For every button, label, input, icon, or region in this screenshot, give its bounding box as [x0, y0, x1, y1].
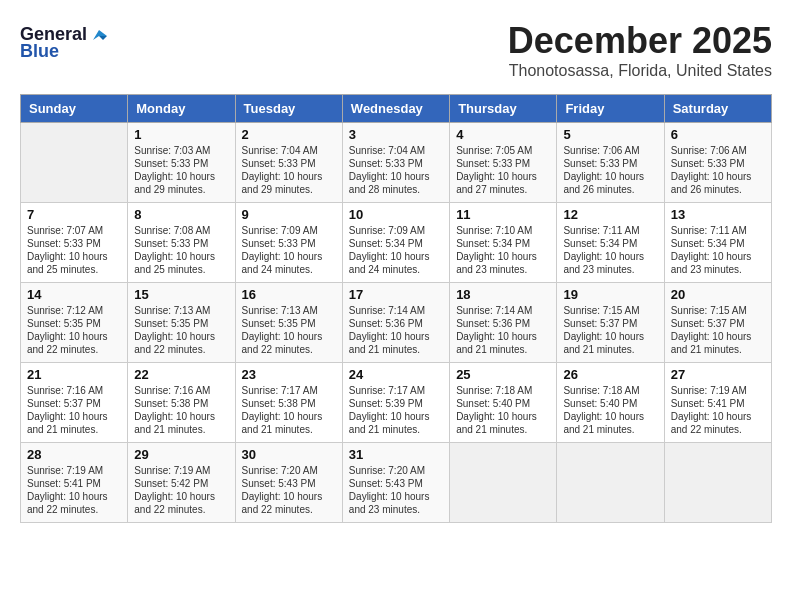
day-number: 18 [456, 287, 550, 302]
calendar-day-cell: 21Sunrise: 7:16 AMSunset: 5:37 PMDayligh… [21, 363, 128, 443]
day-info-line: Sunrise: 7:19 AM [27, 464, 121, 477]
day-info-line: and 22 minutes. [27, 343, 121, 356]
day-info-line: and 21 minutes. [242, 423, 336, 436]
day-number: 27 [671, 367, 765, 382]
day-info-line: Daylight: 10 hours [27, 490, 121, 503]
day-number: 20 [671, 287, 765, 302]
day-info-line: Sunrise: 7:10 AM [456, 224, 550, 237]
calendar-title: December 2025 [20, 20, 772, 62]
day-number: 3 [349, 127, 443, 142]
day-info-line: Sunrise: 7:19 AM [134, 464, 228, 477]
calendar-day-cell: 19Sunrise: 7:15 AMSunset: 5:37 PMDayligh… [557, 283, 664, 363]
day-info-line: Sunset: 5:33 PM [671, 157, 765, 170]
day-info-line: and 23 minutes. [349, 503, 443, 516]
day-number: 25 [456, 367, 550, 382]
day-info-line: Daylight: 10 hours [456, 170, 550, 183]
day-number: 9 [242, 207, 336, 222]
day-number: 17 [349, 287, 443, 302]
day-info-line: and 23 minutes. [563, 263, 657, 276]
day-number: 12 [563, 207, 657, 222]
day-info-line: Daylight: 10 hours [349, 170, 443, 183]
day-info-line: Sunrise: 7:20 AM [242, 464, 336, 477]
day-info-line: Sunrise: 7:12 AM [27, 304, 121, 317]
app-logo: General Blue [20, 24, 107, 62]
day-number: 16 [242, 287, 336, 302]
day-info-line: Sunset: 5:33 PM [456, 157, 550, 170]
calendar-day-cell: 8Sunrise: 7:08 AMSunset: 5:33 PMDaylight… [128, 203, 235, 283]
calendar-subtitle: Thonotosassa, Florida, United States [20, 62, 772, 80]
calendar-day-cell: 22Sunrise: 7:16 AMSunset: 5:38 PMDayligh… [128, 363, 235, 443]
day-info-line: Sunset: 5:33 PM [242, 237, 336, 250]
day-info-line: Sunset: 5:39 PM [349, 397, 443, 410]
day-number: 23 [242, 367, 336, 382]
calendar-day-cell: 29Sunrise: 7:19 AMSunset: 5:42 PMDayligh… [128, 443, 235, 523]
day-number: 19 [563, 287, 657, 302]
day-info-line: and 26 minutes. [563, 183, 657, 196]
day-info-line: Daylight: 10 hours [134, 170, 228, 183]
calendar-day-cell: 20Sunrise: 7:15 AMSunset: 5:37 PMDayligh… [664, 283, 771, 363]
calendar-day-cell: 25Sunrise: 7:18 AMSunset: 5:40 PMDayligh… [450, 363, 557, 443]
day-info-line: Sunrise: 7:06 AM [563, 144, 657, 157]
day-info-line: Daylight: 10 hours [134, 490, 228, 503]
day-info-line: and 21 minutes. [563, 343, 657, 356]
day-number: 14 [27, 287, 121, 302]
day-info-line: Sunrise: 7:08 AM [134, 224, 228, 237]
day-info-line: Sunset: 5:37 PM [671, 317, 765, 330]
calendar-day-cell: 5Sunrise: 7:06 AMSunset: 5:33 PMDaylight… [557, 123, 664, 203]
calendar-day-cell: 16Sunrise: 7:13 AMSunset: 5:35 PMDayligh… [235, 283, 342, 363]
day-number: 7 [27, 207, 121, 222]
day-info-line: Sunset: 5:41 PM [671, 397, 765, 410]
day-info-line: and 22 minutes. [671, 423, 765, 436]
day-info-line: Sunrise: 7:16 AM [27, 384, 121, 397]
day-info-line: Sunrise: 7:18 AM [563, 384, 657, 397]
calendar-week-row: 28Sunrise: 7:19 AMSunset: 5:41 PMDayligh… [21, 443, 772, 523]
day-info-line: Sunrise: 7:04 AM [349, 144, 443, 157]
day-info-line: and 22 minutes. [27, 503, 121, 516]
day-info-line: and 21 minutes. [349, 343, 443, 356]
day-info-line: and 29 minutes. [134, 183, 228, 196]
day-info-line: Sunset: 5:40 PM [563, 397, 657, 410]
day-number: 31 [349, 447, 443, 462]
calendar-day-cell: 10Sunrise: 7:09 AMSunset: 5:34 PMDayligh… [342, 203, 449, 283]
calendar-day-cell [557, 443, 664, 523]
day-info-line: Daylight: 10 hours [242, 330, 336, 343]
day-info-line: Sunset: 5:34 PM [671, 237, 765, 250]
calendar-day-cell: 26Sunrise: 7:18 AMSunset: 5:40 PMDayligh… [557, 363, 664, 443]
calendar-week-row: 7Sunrise: 7:07 AMSunset: 5:33 PMDaylight… [21, 203, 772, 283]
day-info-line: Daylight: 10 hours [349, 410, 443, 423]
calendar-day-cell: 4Sunrise: 7:05 AMSunset: 5:33 PMDaylight… [450, 123, 557, 203]
day-number: 8 [134, 207, 228, 222]
calendar-day-cell: 17Sunrise: 7:14 AMSunset: 5:36 PMDayligh… [342, 283, 449, 363]
calendar-day-cell: 7Sunrise: 7:07 AMSunset: 5:33 PMDaylight… [21, 203, 128, 283]
calendar-day-cell [450, 443, 557, 523]
day-number: 22 [134, 367, 228, 382]
day-info-line: Daylight: 10 hours [563, 250, 657, 263]
day-info-line: Sunrise: 7:03 AM [134, 144, 228, 157]
day-info-line: Sunset: 5:35 PM [134, 317, 228, 330]
day-info-line: and 21 minutes. [671, 343, 765, 356]
calendar-day-cell: 1Sunrise: 7:03 AMSunset: 5:33 PMDaylight… [128, 123, 235, 203]
day-info-line: Daylight: 10 hours [134, 410, 228, 423]
day-info-line: Sunrise: 7:14 AM [349, 304, 443, 317]
day-info-line: Daylight: 10 hours [242, 170, 336, 183]
day-info-line: Sunrise: 7:05 AM [456, 144, 550, 157]
day-info-line: Daylight: 10 hours [671, 330, 765, 343]
day-info-line: Daylight: 10 hours [671, 170, 765, 183]
day-info-line: Daylight: 10 hours [242, 490, 336, 503]
day-of-week-header: Wednesday [342, 95, 449, 123]
calendar-week-row: 14Sunrise: 7:12 AMSunset: 5:35 PMDayligh… [21, 283, 772, 363]
day-info-line: and 22 minutes. [134, 503, 228, 516]
day-number: 15 [134, 287, 228, 302]
day-info-line: Sunset: 5:42 PM [134, 477, 228, 490]
day-info-line: Sunset: 5:33 PM [27, 237, 121, 250]
day-info-line: and 26 minutes. [671, 183, 765, 196]
day-info-line: Daylight: 10 hours [27, 410, 121, 423]
day-info-line: Daylight: 10 hours [671, 410, 765, 423]
calendar-day-cell: 15Sunrise: 7:13 AMSunset: 5:35 PMDayligh… [128, 283, 235, 363]
day-info-line: and 29 minutes. [242, 183, 336, 196]
day-number: 30 [242, 447, 336, 462]
day-info-line: Sunrise: 7:17 AM [349, 384, 443, 397]
day-info-line: Sunset: 5:40 PM [456, 397, 550, 410]
day-info-line: Sunset: 5:35 PM [27, 317, 121, 330]
day-number: 11 [456, 207, 550, 222]
